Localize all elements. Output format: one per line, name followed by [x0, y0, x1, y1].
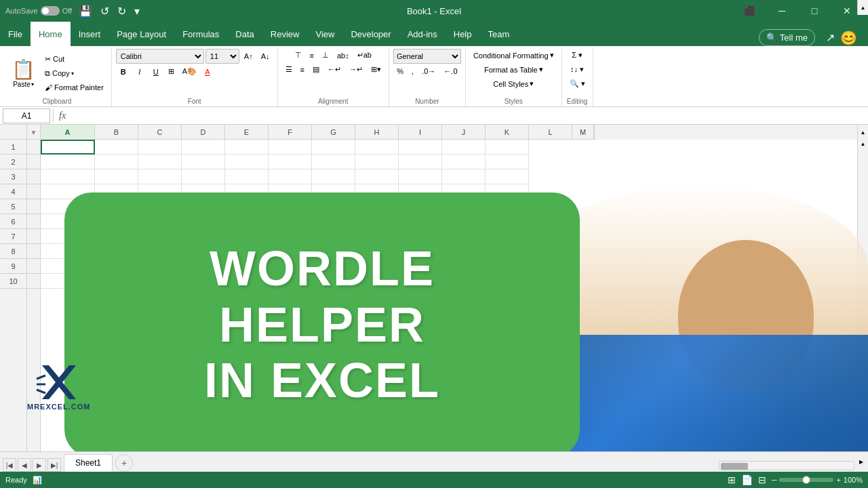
vertical-scrollbar[interactable]: ▲ ▼	[857, 140, 868, 451]
cell-K9[interactable]	[486, 259, 529, 274]
conditional-formatting-button[interactable]: Conditional Formatting ▾	[470, 49, 557, 62]
sheet-tab-sheet1[interactable]: Sheet1	[64, 454, 113, 472]
tab-developer[interactable]: Developer	[342, 22, 399, 46]
tab-data[interactable]: Data	[227, 22, 262, 46]
cell-K8[interactable]	[486, 244, 529, 259]
select-all-button[interactable]: ▼	[27, 125, 41, 140]
cell-D4[interactable]	[182, 184, 225, 199]
cell-E10[interactable]	[225, 274, 269, 289]
tab-page-layout[interactable]: Page Layout	[108, 22, 174, 46]
cell-A4[interactable]	[41, 184, 95, 199]
tab-review[interactable]: Review	[262, 22, 308, 46]
fill-color-button[interactable]: A🎨	[179, 65, 200, 78]
cell-F8[interactable]	[269, 244, 312, 259]
sum-button[interactable]: Σ ▾	[568, 49, 586, 62]
tab-view[interactable]: View	[307, 22, 342, 46]
cell-B5[interactable]	[95, 199, 138, 214]
tab-insert[interactable]: Insert	[71, 22, 109, 46]
cell-H8[interactable]	[355, 244, 399, 259]
tab-scroll-left-start[interactable]: |◀	[3, 458, 16, 472]
copy-button[interactable]: ⧉ Copy ▾	[41, 67, 107, 80]
tab-home[interactable]: Home	[31, 22, 71, 46]
cell-C7[interactable]	[138, 229, 182, 244]
add-sheet-button[interactable]: +	[115, 454, 133, 472]
cell-D9[interactable]	[182, 259, 225, 274]
cell-C2[interactable]	[138, 155, 182, 169]
cell-H6[interactable]	[355, 214, 399, 229]
tab-team[interactable]: Team	[480, 22, 518, 46]
cell-J6[interactable]	[442, 214, 486, 229]
cell-J7[interactable]	[442, 229, 486, 244]
cell-G10[interactable]	[312, 274, 355, 289]
cell-D3[interactable]	[182, 169, 225, 184]
tab-scroll-right[interactable]: ▶	[33, 458, 46, 472]
cell-I9[interactable]	[399, 259, 442, 274]
cell-C8[interactable]	[138, 244, 182, 259]
share-icon[interactable]: ↗	[826, 31, 835, 44]
cell-H2[interactable]	[355, 155, 399, 169]
redo-button[interactable]: ↻	[115, 3, 129, 19]
cell-I7[interactable]	[399, 229, 442, 244]
cell-B6[interactable]	[95, 214, 138, 229]
cell-styles-button[interactable]: Cell Styles ▾	[490, 77, 537, 90]
cell-B3[interactable]	[95, 169, 138, 184]
cell-E8[interactable]	[225, 244, 269, 259]
tab-scroll-left[interactable]: ◀	[18, 458, 31, 472]
cell-G7[interactable]	[312, 229, 355, 244]
undo-button[interactable]: ↺	[98, 3, 112, 19]
cell-K1[interactable]	[486, 140, 529, 155]
cell-F2[interactable]	[269, 155, 312, 169]
font-family-select[interactable]: Calibri	[116, 49, 204, 64]
cell-E9[interactable]	[225, 259, 269, 274]
cell-K5[interactable]	[486, 199, 529, 214]
cell-F9[interactable]	[269, 259, 312, 274]
increase-decimal-button[interactable]: .0→	[418, 65, 439, 77]
italic-button[interactable]: I	[132, 66, 147, 78]
minimize-button[interactable]: ─	[766, 0, 797, 22]
cell-D1[interactable]	[182, 140, 225, 155]
cell-B1[interactable]	[95, 140, 138, 155]
scroll-right-button[interactable]: ▶	[859, 459, 863, 465]
cell-F4[interactable]	[269, 184, 312, 199]
view-normal-button[interactable]: ⊞	[728, 474, 736, 485]
cell-D2[interactable]	[182, 155, 225, 169]
thousand-separator-button[interactable]: ,	[408, 65, 417, 77]
cell-K4[interactable]	[486, 184, 529, 199]
align-middle-button[interactable]: ≡	[307, 49, 317, 62]
paste-button[interactable]: 📋 Paste▾	[7, 49, 40, 97]
cell-H1[interactable]	[355, 140, 399, 155]
cell-F7[interactable]	[269, 229, 312, 244]
view-page-break-button[interactable]: ⊟	[758, 474, 766, 485]
cell-I3[interactable]	[399, 169, 442, 184]
align-left-button[interactable]: ☰	[282, 63, 296, 76]
cell-F3[interactable]	[269, 169, 312, 184]
cell-F6[interactable]	[269, 214, 312, 229]
cell-E7[interactable]	[225, 229, 269, 244]
cell-K3[interactable]	[486, 169, 529, 184]
align-center-button[interactable]: ≡	[297, 63, 308, 76]
cell-G2[interactable]	[312, 155, 355, 169]
wrap-text-button[interactable]: ↵ab	[354, 49, 375, 62]
zoom-slider-thumb[interactable]	[802, 476, 810, 484]
cell-H9[interactable]	[355, 259, 399, 274]
cell-J4[interactable]	[442, 184, 486, 199]
cell-A8[interactable]	[41, 244, 95, 259]
cell-I4[interactable]	[399, 184, 442, 199]
decrease-font-button[interactable]: A↓	[258, 50, 273, 62]
cell-G6[interactable]	[312, 214, 355, 229]
align-bottom-button[interactable]: ⊥	[319, 49, 332, 62]
cell-K6[interactable]	[486, 214, 529, 229]
tell-me-input[interactable]: 🔍 Tell me	[759, 29, 815, 46]
cell-C1[interactable]	[138, 140, 182, 155]
cell-C4[interactable]	[138, 184, 182, 199]
cell-G9[interactable]	[312, 259, 355, 274]
tab-formulas[interactable]: Formulas	[174, 22, 227, 46]
cell-I8[interactable]	[399, 244, 442, 259]
cell-C10[interactable]	[138, 274, 182, 289]
underline-button[interactable]: U	[149, 66, 163, 78]
font-size-select[interactable]: 11	[205, 49, 239, 64]
view-page-layout-button[interactable]: 📄	[741, 474, 753, 485]
decrease-decimal-button[interactable]: ←.0	[440, 65, 460, 77]
cell-E6[interactable]	[225, 214, 269, 229]
cell-K10[interactable]	[486, 274, 529, 289]
